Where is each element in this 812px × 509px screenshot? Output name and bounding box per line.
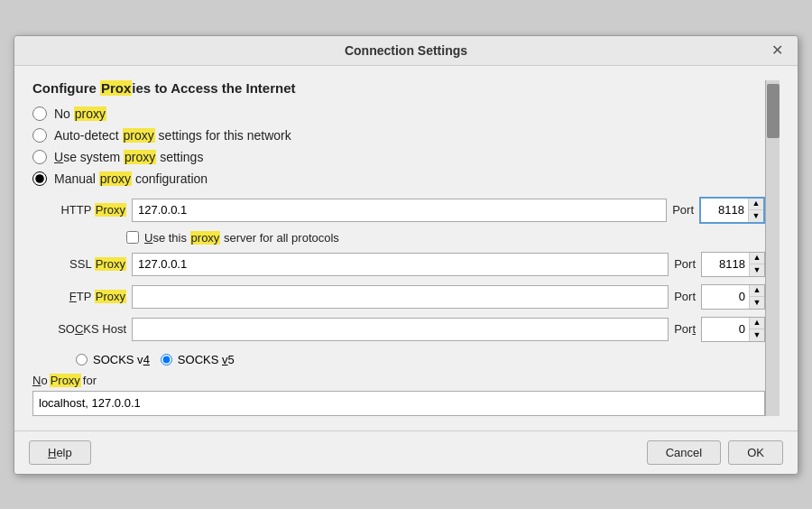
dialog-title: Connection Settings [345, 43, 467, 58]
ssl-proxy-label: SSL Proxy [54, 257, 126, 271]
http-proxy-input[interactable] [132, 199, 667, 222]
scrollbar-thumb[interactable] [767, 84, 780, 138]
close-button[interactable]: ✕ [766, 42, 789, 60]
socks-port-wrap: ▲ ▼ [701, 317, 765, 342]
dialog-titlebar: Connection Settings ✕ [14, 36, 798, 66]
cancel-button[interactable]: Cancel [647, 440, 721, 465]
radio-no-proxy-input[interactable] [32, 106, 47, 121]
radio-system-proxy-label: Use system proxy settings [54, 150, 203, 164]
proxy-highlight-1: Prox [100, 80, 132, 96]
radio-manual-proxy-input[interactable] [32, 171, 47, 186]
http-port-spinners: ▲ ▼ [748, 199, 763, 222]
radio-auto-detect-input[interactable] [32, 128, 47, 143]
no-proxy-for-label: No Proxy for [32, 374, 765, 387]
radio-manual-proxy[interactable]: Manual proxy configuration [32, 171, 765, 186]
use-for-all-row: Use this proxy server for all protocols [126, 231, 765, 245]
ftp-proxy-input[interactable] [132, 285, 669, 309]
socks-port-down[interactable]: ▼ [750, 329, 764, 341]
no-proxy-section: No Proxy for [32, 374, 765, 416]
connection-settings-dialog: Connection Settings ✕ Configure Proxies … [14, 35, 798, 475]
ftp-port-input[interactable] [702, 285, 749, 309]
socks-port-label: Port [674, 322, 696, 336]
ftp-port-wrap: ▲ ▼ [701, 284, 765, 310]
socks-v5-label: SOCKS v5 [178, 353, 235, 366]
use-for-all-checkbox[interactable] [126, 231, 139, 244]
radio-auto-detect[interactable]: Auto-detect proxy settings for this netw… [32, 128, 765, 143]
ftp-port-up[interactable]: ▲ [750, 285, 764, 297]
socks-v5-radio[interactable] [161, 354, 172, 366]
radio-manual-proxy-label: Manual proxy configuration [54, 171, 208, 186]
ssl-port-spinners: ▲ ▼ [749, 253, 764, 276]
radio-system-proxy-input[interactable] [32, 150, 47, 164]
http-port-label: Port [672, 203, 694, 217]
ftp-proxy-label: FTP Proxy [54, 290, 126, 303]
socks-v5-option[interactable]: SOCKS v5 [161, 353, 235, 366]
help-button[interactable]: Help [29, 440, 91, 465]
main-area: Configure Proxies to Access the Internet… [32, 80, 765, 416]
ssl-port-input[interactable] [702, 253, 749, 276]
socks-version-row: SOCKS v4 SOCKS v5 [76, 353, 765, 366]
radio-system-proxy[interactable]: Use system proxy settings [32, 150, 765, 164]
http-proxy-row: HTTP Proxy Port ▲ ▼ [54, 197, 765, 224]
scrollbar[interactable] [765, 80, 780, 416]
http-port-wrap: ▲ ▼ [699, 197, 765, 224]
socks-host-row: SOCKS Host Port ▲ ▼ [54, 317, 765, 342]
proxy-mode-group: No proxy Auto-detect proxy settings for … [32, 106, 765, 186]
footer-left: Help [29, 440, 91, 465]
http-proxy-label: HTTP Proxy [54, 203, 126, 217]
dialog-footer: Help Cancel OK [14, 430, 798, 474]
http-port-input[interactable] [701, 199, 748, 222]
socks-port-spinners: ▲ ▼ [749, 318, 764, 341]
footer-right: Cancel OK [647, 440, 783, 465]
proxy-fields-area: HTTP Proxy Port ▲ ▼ Use this proxy serve… [54, 197, 765, 366]
ssl-port-down[interactable]: ▼ [750, 264, 764, 276]
socks-v4-radio[interactable] [76, 354, 88, 366]
use-for-all-label: Use this proxy server for all protocols [144, 231, 339, 245]
http-port-up[interactable]: ▲ [749, 199, 763, 210]
socks-v4-option[interactable]: SOCKS v4 [76, 353, 150, 366]
no-proxy-input[interactable] [32, 391, 765, 416]
ok-button[interactable]: OK [728, 440, 783, 465]
socks-port-up[interactable]: ▲ [750, 318, 764, 329]
ftp-proxy-row: FTP Proxy Port ▲ ▼ [54, 284, 765, 310]
socks-host-label: SOCKS Host [54, 322, 126, 336]
ssl-port-wrap: ▲ ▼ [701, 252, 765, 277]
ssl-port-up[interactable]: ▲ [750, 253, 764, 264]
ssl-proxy-row: SSL Proxy Port ▲ ▼ [54, 252, 765, 277]
radio-no-proxy[interactable]: No proxy [32, 106, 765, 121]
ssl-port-label: Port [674, 257, 696, 271]
socks-v4-label: SOCKS v4 [93, 353, 150, 366]
ftp-port-down[interactable]: ▼ [750, 297, 764, 309]
section-title: Configure Proxies to Access the Internet [32, 80, 765, 96]
radio-no-proxy-label: No proxy [54, 106, 106, 121]
socks-port-input[interactable] [702, 318, 749, 341]
ssl-proxy-input[interactable] [132, 253, 669, 276]
dialog-content: Configure Proxies to Access the Internet… [14, 66, 798, 430]
radio-auto-detect-label: Auto-detect proxy settings for this netw… [54, 128, 291, 143]
ftp-port-spinners: ▲ ▼ [749, 285, 764, 309]
socks-host-input[interactable] [132, 318, 669, 341]
http-port-down[interactable]: ▼ [749, 210, 763, 222]
ftp-port-label: Port [674, 290, 696, 303]
